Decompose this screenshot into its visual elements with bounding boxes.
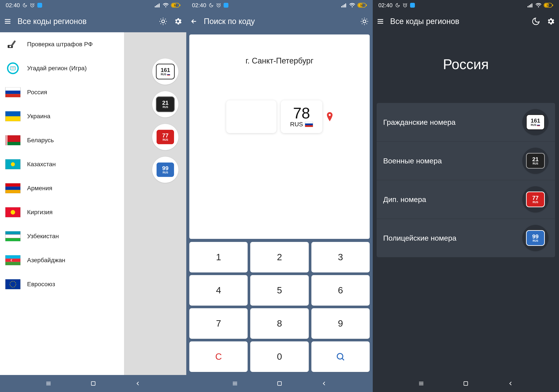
toolbar: Все коды регионов — [373, 10, 559, 32]
plate-badge[interactable]: 99 RUS — [522, 225, 549, 251]
drawer-item[interactable]: Армения — [0, 176, 124, 200]
recent-apps-icon[interactable] — [418, 380, 425, 387]
drawer-item-label: Россия — [27, 89, 47, 96]
region-name: г. Санкт-Петербург — [245, 56, 313, 65]
drawer-item[interactable]: ??? Угадай регион (Игра) — [0, 56, 124, 80]
alarm-icon — [216, 3, 221, 8]
moon-icon — [209, 3, 214, 8]
back-icon[interactable] — [134, 380, 141, 387]
drawer-item[interactable]: Узбекистан — [0, 224, 124, 248]
signal-icon — [341, 3, 347, 7]
night-mode-icon[interactable] — [531, 17, 540, 26]
plate-badge[interactable]: 77 RUS — [152, 124, 178, 150]
keypad-key-label: C — [215, 351, 222, 362]
status-time: 02:40 — [378, 2, 393, 9]
keypad-digit-button[interactable]: 6 — [311, 275, 370, 306]
keypad-key-label: 7 — [216, 318, 221, 329]
drawer-item[interactable]: Украина — [0, 104, 124, 128]
back-icon[interactable] — [507, 380, 514, 387]
drawer-item[interactable]: Беларусь — [0, 128, 124, 152]
plate-badge[interactable]: 77 RUS — [522, 186, 549, 213]
plate-badge-number: 77 — [162, 133, 168, 138]
svg-point-55 — [12, 281, 13, 282]
svg-text:???: ??? — [11, 67, 15, 70]
plate-badge[interactable]: 21 RUS — [522, 148, 549, 174]
moon-icon — [22, 3, 27, 8]
gear-icon[interactable] — [174, 17, 182, 26]
hamburger-icon[interactable] — [4, 18, 11, 25]
hamburger-icon[interactable] — [377, 18, 384, 25]
gear-icon[interactable] — [546, 17, 555, 26]
keypad-search-button[interactable] — [311, 341, 370, 372]
svg-rect-18 — [5, 94, 20, 97]
wifi-icon — [163, 3, 169, 7]
home-icon[interactable] — [276, 380, 283, 387]
plate-badge[interactable]: 99 RUS — [152, 157, 178, 183]
flag-ru-icon — [305, 122, 313, 127]
brightness-icon[interactable] — [360, 17, 369, 26]
back-arrow-icon[interactable] — [190, 18, 198, 25]
keypad-digit-button[interactable]: 2 — [250, 242, 308, 272]
category-item[interactable]: Дип. номера 77 RUS — [377, 180, 555, 219]
keypad-clear-button[interactable]: C — [189, 341, 248, 372]
svg-rect-33 — [5, 187, 20, 190]
drawer-item-label: Украина — [27, 113, 50, 120]
plate-display: 78 RUS — [226, 100, 333, 133]
svg-point-87 — [337, 353, 343, 359]
moon-icon — [395, 3, 400, 8]
drawer-item[interactable]: Россия — [0, 80, 124, 104]
keypad-digit-button[interactable]: 8 — [250, 308, 308, 339]
category-item[interactable]: Военные номера 21 RUS — [377, 141, 555, 180]
keypad-digit-button[interactable]: 0 — [250, 341, 308, 372]
svg-rect-43 — [5, 238, 20, 238]
svg-point-37 — [11, 210, 15, 214]
plate-badge[interactable]: 161 RUS — [522, 109, 549, 135]
keypad-key-label: 9 — [338, 318, 343, 329]
status-bar: 02:40 58 — [0, 0, 186, 10]
keypad-digit-button[interactable]: 9 — [311, 308, 370, 339]
drawer-item-label: Евросоюз — [27, 281, 55, 288]
panel-search: 02:40 58 Поиск по коду г. Санкт-Петербур… — [186, 0, 373, 392]
keypad-digit-button[interactable]: 1 — [189, 242, 248, 272]
android-nav-bar — [373, 375, 559, 392]
home-icon[interactable] — [463, 380, 469, 387]
drawer-item[interactable]: Казахстан — [0, 152, 124, 176]
svg-point-81 — [363, 20, 366, 23]
back-icon[interactable] — [321, 380, 327, 387]
svg-rect-4 — [159, 3, 160, 7]
svg-rect-42 — [5, 234, 20, 234]
drawer-item[interactable]: Азербайджан — [0, 248, 124, 272]
category-item-label: Военные номера — [383, 156, 442, 166]
plate-badge[interactable]: 161 RUS — [152, 58, 178, 85]
alarm-icon — [30, 3, 35, 8]
category-item[interactable]: Гражданские номера 161 RUS — [377, 103, 555, 141]
keypad-digit-button[interactable]: 4 — [189, 275, 248, 306]
keypad-digit-button[interactable]: 7 — [189, 308, 248, 339]
drawer-item-label: Угадай регион (Игра) — [27, 65, 87, 72]
brightness-icon[interactable] — [159, 17, 168, 26]
keypad-digit-button[interactable]: 5 — [250, 275, 308, 306]
svg-text:58: 58 — [547, 4, 550, 7]
svg-rect-45 — [5, 234, 20, 238]
svg-rect-27 — [6, 135, 7, 145]
drawer-item[interactable]: Евросоюз — [0, 272, 124, 296]
keypad: 123456789C0 — [189, 242, 370, 372]
status-time: 02:40 — [192, 2, 206, 9]
home-icon[interactable] — [90, 380, 96, 387]
recent-apps-icon[interactable] — [232, 380, 238, 387]
category-item[interactable]: Полицейские номера 99 RUS — [377, 219, 555, 257]
plate-badge-sub: RUS — [163, 171, 168, 174]
map-marker-icon[interactable] — [327, 112, 333, 122]
plate-badge[interactable]: 21 RUS — [152, 91, 178, 117]
svg-point-62 — [11, 286, 12, 287]
svg-rect-96 — [552, 4, 553, 6]
svg-point-64 — [9, 284, 10, 285]
keypad-digit-button[interactable]: 3 — [311, 242, 370, 272]
drawer-item[interactable]: Проверка штрафов РФ — [0, 32, 124, 56]
content-underlay: 161 RUS 21 RUS 77 RUS 99 RUS — [124, 32, 186, 375]
flag-ru-mini-icon — [537, 124, 540, 126]
flag-kg-icon — [5, 207, 20, 217]
recent-apps-icon[interactable] — [45, 380, 52, 387]
wifi-icon — [349, 3, 355, 7]
drawer-item[interactable]: Киргизия — [0, 200, 124, 224]
